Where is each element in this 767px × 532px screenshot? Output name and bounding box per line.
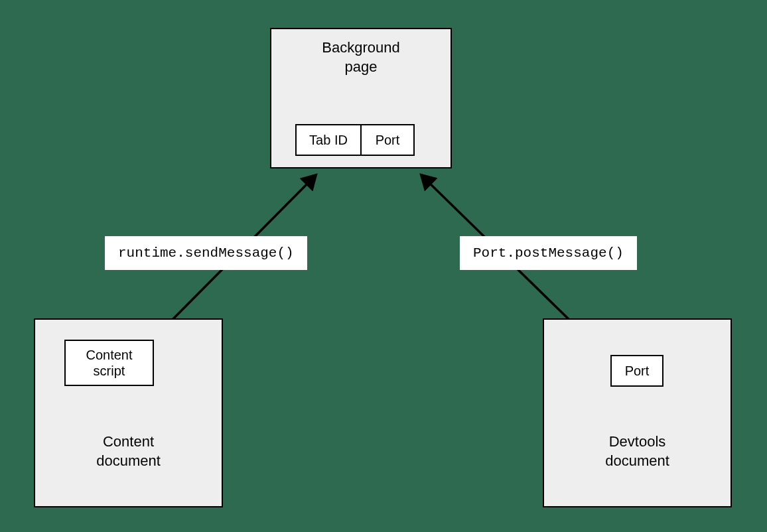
tab-id-label: Tab ID	[309, 132, 348, 148]
port-postmessage-label: Port.postMessage()	[460, 236, 637, 270]
content-document-box: Contentscript Contentdocument	[34, 318, 223, 507]
tab-id-cell: Tab ID	[295, 124, 362, 156]
devtools-port-cell: Port	[610, 355, 663, 387]
runtime-sendmessage-label: runtime.sendMessage()	[105, 236, 307, 270]
content-script-label: Contentscript	[86, 347, 132, 379]
devtools-document-box: Port Devtoolsdocument	[543, 318, 732, 507]
content-document-title: Contentdocument	[35, 432, 222, 470]
devtools-port-label: Port	[625, 363, 650, 379]
bg-port-cell: Port	[360, 124, 415, 156]
devtools-document-title: Devtoolsdocument	[544, 432, 731, 470]
bg-port-label: Port	[376, 132, 400, 148]
background-page-title: Backgroundpage	[271, 38, 451, 76]
content-script-cell: Contentscript	[64, 340, 154, 386]
background-page-box: Backgroundpage Tab ID Port	[270, 28, 452, 168]
